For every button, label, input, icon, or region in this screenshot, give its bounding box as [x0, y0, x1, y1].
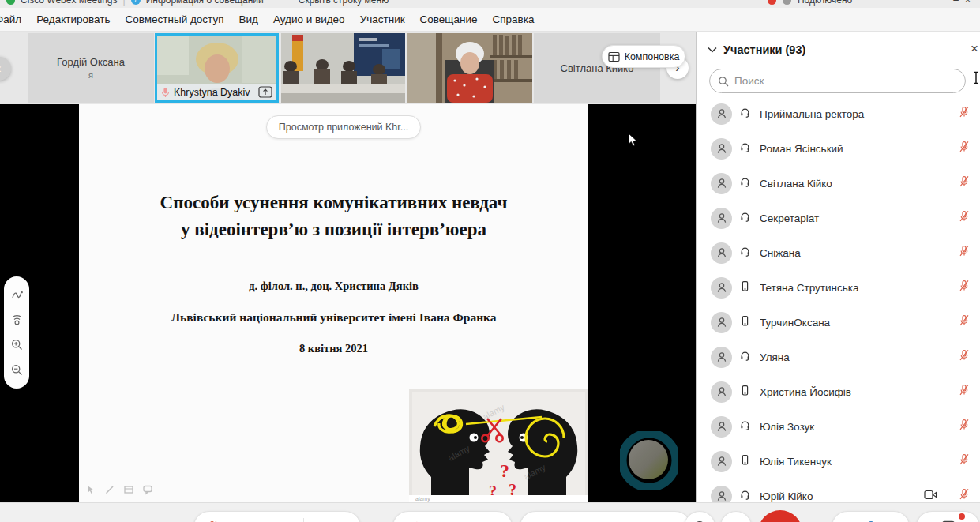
share-button[interactable]: Поделиться [520, 511, 691, 522]
participant-name: Сніжана [760, 247, 958, 259]
menu-item-4[interactable]: Вид [238, 13, 257, 25]
participant-name: Тетяна Струтинська [760, 282, 958, 294]
more-options-button[interactable]: ⋯ [720, 511, 752, 522]
participant-row[interactable]: Сніжана [697, 235, 980, 270]
slide-university: Львівський національний університет імен… [79, 310, 588, 325]
participant-search[interactable] [709, 69, 966, 93]
participants-panel-button[interactable] [832, 511, 910, 522]
slide-title-line1: Способи усунення комунікативних невдач [79, 190, 588, 216]
annotation-sidebar [4, 276, 29, 389]
participant-name: Юлія Тикенчук [760, 456, 958, 468]
menu-item-7[interactable]: Совещание [420, 13, 478, 25]
leave-meeting-button[interactable] [758, 510, 802, 522]
avatar-icon [711, 277, 732, 299]
hide-menubar-link[interactable]: Скрыть строку меню [299, 0, 389, 6]
camera-on-icon[interactable] [924, 489, 937, 502]
zoom-in-icon[interactable] [10, 338, 24, 351]
meeting-info-link[interactable]: Информация о совещании [146, 0, 264, 6]
menu-item-5[interactable]: Аудио и видео [273, 13, 345, 25]
connection-status: Подключено [798, 0, 852, 6]
avatar-icon [711, 138, 732, 160]
participant-row[interactable]: Юрій Кійко [697, 479, 980, 502]
phone-icon [739, 315, 751, 330]
filmstrip-prev-button[interactable]: ‹ [0, 57, 11, 81]
mic-muted-icon[interactable] [958, 210, 971, 226]
comment-icon[interactable] [142, 484, 153, 495]
menu-item-8[interactable]: Справка [492, 13, 534, 25]
chevron-down-icon [708, 47, 717, 53]
menu-item-1[interactable]: Файл [0, 13, 21, 25]
layout-button[interactable]: Компоновка [602, 45, 685, 68]
mic-muted-icon[interactable] [958, 106, 971, 122]
headset-icon [739, 211, 751, 226]
participant-row[interactable]: Приймальна ректора [697, 96, 980, 131]
mic-muted-icon[interactable] [958, 175, 971, 191]
more-icon: ⋯ [730, 520, 742, 522]
mic-muted-icon[interactable] [958, 141, 971, 156]
zoom-out-icon[interactable] [10, 363, 24, 377]
audio-options-chevron[interactable] [303, 518, 319, 522]
participant-row[interactable]: Світлана Кійко [697, 166, 980, 201]
menubar-items: ФайлРедактироватьСовместный доступВидАуд… [0, 8, 980, 32]
unmute-button[interactable]: Включить звук [193, 511, 361, 522]
chevron-left-icon: ‹ [0, 62, 2, 76]
chat-panel-button[interactable] [916, 511, 980, 522]
record-button[interactable] [684, 511, 715, 522]
pointer-icon[interactable] [85, 484, 96, 495]
info-icon[interactable]: i [131, 0, 141, 5]
participant-row[interactable]: Уляна [697, 340, 980, 374]
start-video-button[interactable]: Начать видео [392, 511, 513, 522]
avatar-icon [711, 381, 732, 403]
mic-muted-icon[interactable] [958, 384, 971, 400]
participant-row[interactable]: Роман Ясінський [697, 131, 980, 166]
mic-muted-icon[interactable] [958, 419, 971, 434]
text-cursor [972, 71, 980, 84]
participant-row[interactable]: Юлія Тикенчук [697, 444, 980, 479]
close-window-button[interactable]: × [965, 0, 971, 6]
search-input[interactable] [734, 75, 957, 87]
thumbnail-subtitle: я [88, 70, 93, 80]
participant-row[interactable]: Юлія Зозук [697, 409, 980, 444]
participant-list: Приймальна ректора Роман Ясінський [697, 96, 980, 502]
avatar-icon [711, 242, 732, 264]
app-view-pill[interactable]: Просмотр приложений Khr... [266, 115, 421, 139]
video-thumbnail-placeholder[interactable]: Світлана Кийко [534, 33, 660, 103]
layout-grid-icon [608, 51, 620, 62]
slides-icon[interactable] [123, 484, 134, 495]
minimize-button[interactable]: – [953, 0, 959, 6]
app-title: Cisco Webex Meetings [21, 0, 118, 6]
mic-muted-icon[interactable] [958, 488, 971, 502]
participant-row[interactable]: Секретаріат [697, 201, 980, 235]
screen-share-indicator-icon [258, 86, 272, 98]
pen-icon[interactable] [104, 484, 115, 495]
menu-item-6[interactable]: Участник [360, 13, 405, 25]
slide-title: Способи усунення комунікативних невдач у… [79, 190, 588, 243]
participant-row[interactable]: Христина Йосифів [697, 374, 980, 409]
mic-muted-icon[interactable] [958, 453, 971, 469]
mic-muted-icon[interactable] [958, 314, 971, 330]
headset-icon [739, 141, 751, 156]
participants-title: Участники (93) [723, 43, 980, 56]
mic-muted-icon[interactable] [958, 280, 971, 295]
mic-muted-icon[interactable] [958, 245, 971, 261]
mic-muted-icon[interactable] [958, 349, 971, 365]
annotate-pen-icon[interactable] [10, 288, 24, 302]
close-panel-icon[interactable]: × [971, 41, 980, 57]
participant-row[interactable]: ТурчинОксана [697, 305, 980, 340]
participant-row[interactable]: Тетяна Струтинська [697, 270, 980, 305]
video-thumbnail-self[interactable]: Гордій Оксана я [28, 33, 154, 103]
slide-illustration-two-heads: ? ? ? alamy alamy alamy alamy [409, 389, 588, 502]
video-thumbnail-library[interactable] [407, 33, 532, 103]
participants-header[interactable]: Участники (93) × [697, 39, 980, 60]
avatar-icon [711, 208, 732, 229]
video-thumbnail-active-speaker[interactable]: Khrystyna Dyakiv [155, 33, 279, 103]
menu-item-2[interactable]: Редактировать [36, 13, 110, 25]
headset-icon [739, 489, 751, 503]
participant-name: Роман Ясінський [760, 143, 958, 155]
menu-item-3[interactable]: Совместный доступ [125, 13, 223, 25]
video-thumbnail-room[interactable] [281, 33, 405, 103]
laser-pointer-icon[interactable] [10, 314, 24, 327]
participant-name: ТурчинОксана [760, 317, 958, 329]
mouse-cursor [628, 133, 637, 147]
active-speaker-name: Khrystyna Dyakiv [174, 87, 254, 98]
